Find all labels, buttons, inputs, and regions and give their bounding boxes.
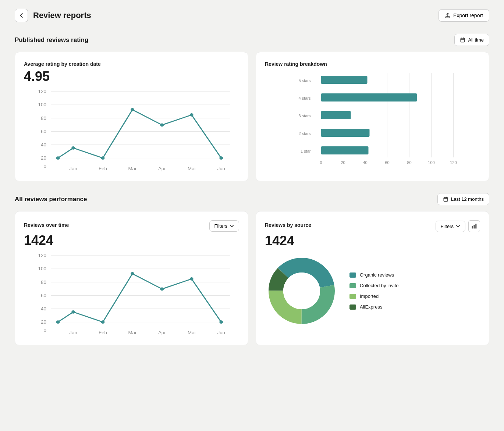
svg-text:100: 100 [38, 102, 46, 107]
svg-text:120: 120 [450, 160, 457, 165]
reviews-over-time-header: Reviews over time Filters [24, 220, 239, 232]
svg-text:5 stars: 5 stars [298, 78, 311, 83]
published-section-header: Published reviews rating All time [15, 34, 489, 46]
rating-breakdown-card: Review rating breakdown 5 stars 4 stars … [256, 52, 489, 181]
svg-text:20: 20 [41, 155, 46, 160]
svg-text:40: 40 [363, 160, 367, 165]
donut-area: Organic reviews Collected by invite Impo… [265, 254, 480, 328]
avg-rating-card: Average rating by creation date 4.95 120… [15, 52, 248, 181]
svg-text:20: 20 [341, 160, 345, 165]
all-time-filter-button[interactable]: All time [454, 34, 489, 46]
svg-point-24 [56, 156, 60, 160]
calendar-icon [460, 37, 465, 43]
all-reviews-cards-row: Reviews over time Filters 1424 1 [15, 211, 489, 345]
svg-point-79 [71, 310, 75, 313]
svg-text:Feb: Feb [99, 166, 107, 171]
last-12-months-filter-button[interactable]: Last 12 months [437, 193, 489, 205]
svg-text:100: 100 [38, 266, 46, 271]
organic-label: Organic reviews [360, 272, 394, 278]
export-button[interactable]: Export report [439, 9, 489, 22]
legend-item-organic: Organic reviews [349, 272, 399, 278]
svg-text:120: 120 [38, 253, 46, 258]
reviews-by-source-value: 1424 [265, 234, 480, 248]
svg-text:40: 40 [41, 306, 46, 311]
published-section: Published reviews rating All time Averag… [0, 28, 504, 187]
svg-rect-86 [473, 225, 475, 229]
svg-rect-52 [321, 111, 351, 119]
svg-text:Feb: Feb [99, 330, 107, 335]
svg-text:Mai: Mai [188, 166, 196, 171]
reviews-over-time-card: Reviews over time Filters 1424 1 [15, 211, 248, 345]
export-label: Export report [453, 13, 483, 18]
svg-text:Apr: Apr [158, 166, 166, 171]
svg-text:100: 100 [428, 160, 434, 165]
donut-chart [265, 254, 338, 328]
svg-text:80: 80 [41, 115, 46, 121]
svg-text:Mar: Mar [128, 166, 137, 171]
legend: Organic reviews Collected by invite Impo… [349, 272, 399, 310]
filters-label: Filters [214, 223, 227, 229]
reviews-by-source-title: Reviews by source [265, 222, 311, 228]
svg-text:80: 80 [407, 160, 411, 165]
svg-point-81 [131, 272, 134, 275]
svg-text:0: 0 [320, 160, 322, 165]
svg-text:Jan: Jan [69, 166, 77, 171]
svg-point-84 [219, 320, 223, 324]
avg-rating-chart: 120 100 80 60 40 20 0 Jan Feb Mar Apr Ma… [24, 88, 239, 172]
svg-point-78 [56, 320, 60, 324]
svg-text:Jun: Jun [217, 330, 225, 335]
svg-text:40: 40 [41, 142, 46, 147]
svg-text:0: 0 [43, 328, 46, 333]
chevron-down-icon [230, 224, 234, 228]
svg-point-92 [283, 273, 320, 309]
reviews-over-time-filters-button[interactable]: Filters [209, 220, 239, 232]
all-time-label: All time [468, 37, 484, 43]
svg-rect-50 [321, 76, 368, 84]
svg-point-80 [101, 320, 105, 324]
svg-rect-1 [461, 38, 465, 42]
published-cards-row: Average rating by creation date 4.95 120… [15, 52, 489, 181]
svg-point-25 [71, 146, 75, 149]
legend-item-collected: Collected by invite [349, 283, 399, 288]
svg-rect-87 [475, 224, 476, 229]
svg-text:Mai: Mai [188, 330, 196, 335]
svg-text:Jun: Jun [217, 166, 225, 171]
svg-point-28 [160, 123, 164, 127]
svg-point-82 [160, 287, 164, 291]
svg-text:4 stars: 4 stars [298, 96, 311, 100]
imported-color [349, 294, 356, 299]
header-left: Review reports [15, 9, 91, 22]
svg-text:80: 80 [41, 279, 46, 285]
svg-text:60: 60 [41, 129, 46, 134]
back-button[interactable] [15, 9, 28, 22]
svg-text:Mar: Mar [128, 330, 137, 335]
svg-text:20: 20 [41, 319, 46, 324]
svg-text:1 star: 1 star [301, 149, 311, 153]
svg-point-26 [101, 156, 105, 160]
source-filters-button[interactable]: Filters [436, 221, 465, 232]
source-filters-label: Filters [441, 224, 454, 229]
svg-text:Apr: Apr [158, 330, 166, 335]
svg-text:120: 120 [38, 89, 46, 94]
chart-type-button[interactable] [468, 220, 480, 232]
all-reviews-section-header: All reviews performance Last 12 months [15, 193, 489, 205]
source-header-btns: Filters [436, 220, 480, 232]
svg-rect-0 [446, 17, 450, 18]
collected-color [349, 283, 356, 288]
page-title: Review reports [33, 11, 91, 20]
reviews-by-source-header: Reviews by source Filters [265, 220, 480, 232]
chevron-down-icon-2 [456, 224, 460, 228]
last-12-months-label: Last 12 months [451, 196, 484, 202]
svg-point-27 [131, 108, 134, 111]
svg-point-83 [190, 277, 194, 281]
bar-chart-icon [471, 223, 477, 229]
organic-color [349, 273, 356, 278]
all-reviews-section: All reviews performance Last 12 months R… [0, 187, 504, 351]
aliexpress-label: AliExpress [360, 304, 382, 310]
svg-text:Jan: Jan [69, 330, 77, 335]
svg-rect-85 [472, 226, 473, 228]
reviews-over-time-chart: 120 100 80 60 40 20 0 Jan Feb Mar Apr Ma… [24, 252, 239, 336]
svg-text:0: 0 [43, 164, 46, 169]
svg-text:60: 60 [41, 293, 46, 298]
svg-point-29 [190, 113, 194, 117]
